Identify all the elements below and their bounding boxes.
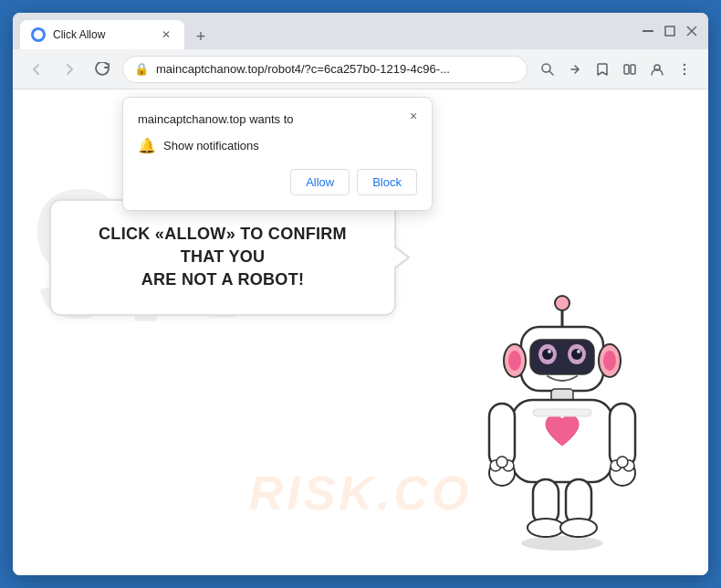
svg-point-18	[542, 349, 553, 360]
popup-title: maincaptchanow.top wants to	[138, 112, 417, 126]
new-tab-button[interactable]: +	[188, 24, 214, 49]
svg-point-33	[496, 457, 507, 467]
close-window-button[interactable]	[683, 22, 701, 40]
popup-close-button[interactable]: ×	[402, 105, 424, 127]
svg-point-11	[684, 72, 685, 74]
title-bar: Click Allow ✕ +	[13, 13, 708, 49]
tab-favicon	[31, 27, 46, 42]
svg-point-21	[577, 350, 580, 353]
block-button[interactable]: Block	[357, 169, 417, 195]
maximize-button[interactable]	[661, 22, 679, 40]
svg-point-10	[684, 68, 685, 69]
nav-actions	[535, 57, 697, 82]
nav-bar: 🔒 maincaptchanow.top/robot4/?c=6ca257b0-…	[13, 49, 708, 89]
popup-notification-text: Show notifications	[163, 139, 259, 152]
address-bar[interactable]: 🔒 maincaptchanow.top/robot4/?c=6ca257b0-…	[122, 56, 528, 83]
svg-point-13	[555, 296, 569, 310]
svg-point-41	[528, 519, 564, 537]
page-content: 9/7 RISK.CO × maincaptchanow.top wants t…	[13, 89, 708, 575]
svg-point-42	[560, 519, 597, 537]
svg-line-5	[549, 71, 553, 75]
svg-rect-28	[533, 409, 591, 416]
active-tab[interactable]: Click Allow ✕	[20, 20, 184, 49]
tab-title: Click Allow	[53, 28, 152, 41]
refresh-button[interactable]	[89, 57, 115, 82]
svg-point-43	[521, 536, 603, 551]
minimize-button[interactable]	[639, 22, 657, 40]
share-button[interactable]	[562, 57, 588, 82]
tab-strip: Click Allow ✕ +	[20, 13, 632, 49]
profile-button[interactable]	[644, 57, 670, 82]
allow-button[interactable]: Allow	[290, 169, 350, 195]
svg-point-24	[508, 351, 521, 371]
svg-point-9	[684, 63, 685, 65]
bubble-text: CLICK «ALLOW» TO CONFIRM THAT YOU ARE NO…	[77, 223, 369, 292]
svg-point-20	[548, 350, 551, 353]
speech-bubble-area: CLICK «ALLOW» TO CONFIRM THAT YOU ARE NO…	[49, 199, 396, 316]
speech-bubble: CLICK «ALLOW» TO CONFIRM THAT YOU ARE NO…	[49, 199, 396, 316]
menu-button[interactable]	[672, 57, 697, 82]
browser-window: Click Allow ✕ + 🔒	[13, 13, 708, 575]
svg-point-38	[617, 457, 628, 467]
svg-rect-1	[665, 26, 674, 36]
window-controls	[639, 22, 701, 40]
forward-button[interactable]	[57, 57, 82, 82]
notification-popup: × maincaptchanow.top wants to 🔔 Show not…	[122, 97, 433, 211]
svg-point-19	[571, 349, 582, 360]
popup-notification-item: 🔔 Show notifications	[138, 137, 417, 154]
back-button[interactable]	[24, 57, 49, 82]
svg-rect-6	[624, 65, 629, 74]
popup-buttons: Allow Block	[138, 169, 417, 195]
tab-close-button[interactable]: ✕	[159, 27, 173, 42]
search-button[interactable]	[535, 57, 560, 82]
svg-rect-7	[631, 65, 635, 74]
svg-point-25	[603, 351, 616, 371]
bell-icon: 🔔	[138, 137, 156, 154]
split-view-button[interactable]	[617, 57, 643, 82]
lock-icon: 🔒	[134, 62, 149, 76]
robot-character	[471, 283, 653, 557]
url-text: maincaptchanow.top/robot4/?c=6ca257b0-12…	[156, 62, 516, 76]
bookmark-button[interactable]	[590, 57, 615, 82]
